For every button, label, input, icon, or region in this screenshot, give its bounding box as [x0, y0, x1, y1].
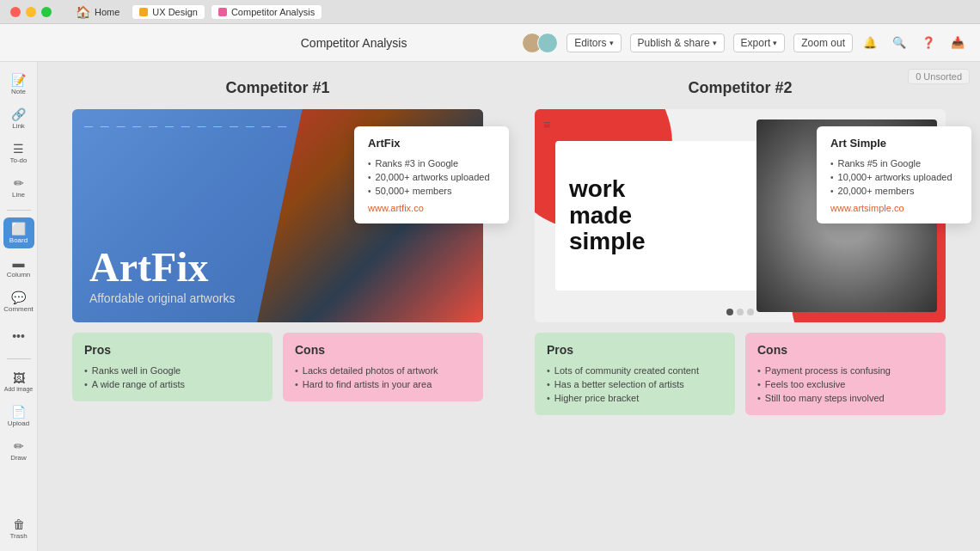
- comp1-cons-title: Cons: [295, 343, 471, 357]
- comp2-tagline: workmadesimple: [569, 176, 646, 255]
- help-icon[interactable]: ❓: [920, 34, 937, 52]
- sidebar-todo-label: To-do: [9, 156, 27, 164]
- comp1-tagline: Affordable original artworks: [89, 291, 235, 305]
- sidebar-column-label: Column: [7, 271, 31, 279]
- comment-icon: 💬: [11, 291, 26, 303]
- sidebar-trash-label: Trash: [9, 532, 27, 540]
- chevron-down-icon-3: ▾: [773, 39, 777, 47]
- comp2-con-3: Still too many steps involved: [757, 391, 934, 405]
- comp1-con-2: Hard to find artists in your area: [295, 377, 471, 391]
- comp1-pro-2: A wide range of artists: [84, 377, 260, 391]
- comp2-info-name: Art Simple: [830, 137, 958, 150]
- draw-icon: ✏: [14, 440, 24, 452]
- sidebar-item-comment[interactable]: 💬 Comment: [3, 286, 34, 317]
- comp1-url[interactable]: www.artfix.co: [368, 203, 495, 213]
- competitor-2-cons: Cons Payment process is confusing Feels …: [745, 333, 946, 415]
- sidebar-comment-label: Comment: [3, 305, 34, 313]
- comp1-pros-title: Pros: [84, 343, 260, 357]
- comp1-cons-list: Lacks detailed photos of artwork Hard to…: [295, 364, 471, 391]
- sidebar-item-todo[interactable]: ☰ To-do: [3, 138, 34, 168]
- search-icon[interactable]: 🔍: [891, 34, 908, 52]
- traffic-lights: [10, 7, 52, 17]
- column-icon: ▬: [13, 257, 25, 269]
- upload-icon: 📄: [11, 406, 26, 418]
- sidebar-item-line[interactable]: ✏ Line: [3, 172, 34, 203]
- canvas[interactable]: 0 Unsorted Competitor #1 — — — — — — — —…: [38, 62, 980, 551]
- browser-tabs: 🏠 Home UX Design Competitor Analysis: [69, 4, 322, 20]
- ux-tab-dot: [139, 8, 148, 16]
- sidebar-item-trash[interactable]: 🗑 Trash: [3, 513, 34, 544]
- comp2-pros-title: Pros: [547, 343, 723, 357]
- comp2-stat-3: 20,000+ members: [830, 184, 958, 198]
- sidebar-item-note[interactable]: 📝 Note: [3, 69, 34, 100]
- sidebar-note-label: Note: [11, 88, 26, 95]
- sidebar-item-link[interactable]: 🔗 Link: [3, 103, 34, 134]
- sidebar-item-draw[interactable]: ✏ Draw: [3, 435, 34, 466]
- comp-tab-dot: [218, 8, 227, 16]
- board-icon: ⬜: [11, 223, 26, 235]
- add-image-icon: 🖼: [13, 372, 25, 384]
- comp1-stat-3: 50,000+ members: [368, 184, 495, 198]
- sidebar-item-board[interactable]: ⬜ Board: [3, 217, 34, 248]
- comp2-pros-list: Lots of community created content Has a …: [547, 364, 723, 405]
- sidebar-item-upload[interactable]: 📄 Upload: [3, 401, 34, 432]
- topbar-right: Editors ▾ Publish & share ▾ Export ▾ Zoo…: [522, 33, 966, 53]
- comp1-stat-1: Ranks #3 in Google: [368, 156, 495, 170]
- topbar: Competitor Analysis Editors ▾ Publish & …: [0, 24, 980, 62]
- comp2-pro-1: Lots of community created content: [547, 364, 723, 377]
- trash-icon: 🗑: [13, 518, 25, 530]
- competitor-2: Competitor #2 ≡ workmadesimple: [535, 79, 946, 415]
- sidebar-upload-label: Upload: [8, 419, 29, 427]
- topbar-icons: 🔔 🔍 ❓ 📥: [861, 34, 966, 52]
- export-button[interactable]: Export ▾: [733, 34, 786, 52]
- comp1-dashes: — — — — — — — — — — — — —: [84, 121, 289, 131]
- minimize-button[interactable]: [26, 7, 36, 17]
- comp2-url[interactable]: www.artsimple.co: [830, 203, 958, 213]
- zoom-label: Zoom out: [801, 37, 845, 49]
- tab-ux-design[interactable]: UX Design: [132, 4, 205, 20]
- competitor-1-title: Competitor #1: [72, 79, 483, 97]
- more-icon: •••: [12, 330, 25, 342]
- tab-competitor-analysis[interactable]: Competitor Analysis: [211, 4, 322, 20]
- main-layout: 📝 Note 🔗 Link ☰ To-do ✏ Line ⬜ Board ▬ C…: [0, 62, 980, 551]
- comp2-stat-2: 10,000+ artworks uploaded: [830, 170, 958, 184]
- sidebar-item-add-image[interactable]: 🖼 Add image: [3, 366, 34, 397]
- sidebar-item-more[interactable]: •••: [3, 321, 34, 352]
- close-button[interactable]: [10, 7, 21, 17]
- comp2-con-1: Payment process is confusing: [757, 364, 934, 377]
- dot-1: [726, 309, 733, 315]
- comp2-cons-title: Cons: [757, 343, 934, 357]
- maximize-button[interactable]: [41, 7, 52, 17]
- publish-share-button[interactable]: Publish & share ▾: [630, 34, 725, 52]
- sidebar-board-label: Board: [9, 236, 28, 244]
- editors-button[interactable]: Editors ▾: [567, 34, 621, 52]
- competitor-1-screenshot: — — — — — — — — — — — — — ArtFix Afforda…: [72, 109, 483, 322]
- competitor-2-pros: Pros Lots of community created content H…: [535, 333, 735, 415]
- comp1-pros-list: Ranks well in Google A wide range of art…: [84, 364, 260, 391]
- publish-label: Publish & share: [638, 37, 710, 49]
- competitor-2-info-card: Art Simple Ranks #5 in Google 10,000+ ar…: [817, 126, 971, 223]
- comp2-stats-list: Ranks #5 in Google 10,000+ artworks uplo…: [830, 156, 958, 198]
- sidebar-item-column[interactable]: ▬ Column: [3, 252, 34, 283]
- sidebar-line-label: Line: [12, 191, 25, 199]
- zoom-out-button[interactable]: Zoom out: [793, 34, 853, 52]
- comp1-stat-2: 20,000+ artworks uploaded: [368, 170, 495, 184]
- competitor-1: Competitor #1 — — — — — — — — — — — — — …: [72, 79, 483, 415]
- chevron-down-icon-2: ▾: [713, 39, 717, 47]
- comp2-stat-1: Ranks #5 in Google: [830, 156, 958, 170]
- avatar-2: [537, 33, 558, 53]
- notifications-icon[interactable]: 🔔: [861, 34, 879, 52]
- inbox-icon[interactable]: 📥: [949, 34, 966, 52]
- competitor-1-pros: Pros Ranks well in Google A wide range o…: [72, 333, 273, 401]
- sidebar-draw-label: Draw: [10, 454, 27, 462]
- tab-home[interactable]: 🏠 Home: [69, 4, 126, 20]
- page-title: Competitor Analysis: [301, 36, 407, 50]
- comp1-stats-list: Ranks #3 in Google 20,000+ artworks uplo…: [368, 156, 495, 198]
- comp1-info-name: ArtFix: [368, 137, 495, 150]
- comp2-pro-2: Has a better selection of artists: [547, 377, 723, 391]
- dot-3: [747, 309, 754, 315]
- comp2-con-2: Feels too exclusive: [757, 377, 934, 391]
- competitor-2-screenshot: ≡ workmadesimple: [535, 109, 946, 322]
- comp2-white-card: workmadesimple: [555, 141, 777, 291]
- competitor-1-pros-cons: Pros Ranks well in Google A wide range o…: [72, 333, 483, 401]
